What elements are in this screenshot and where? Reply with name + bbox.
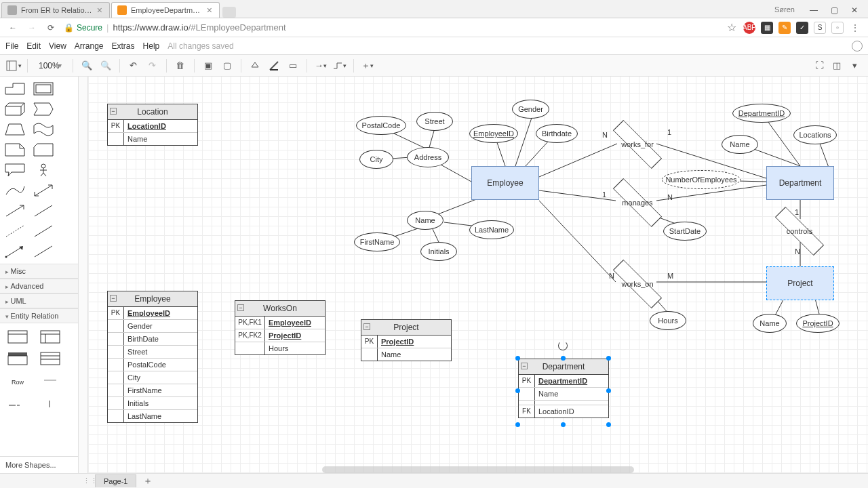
ext-icon[interactable]: S <box>814 22 826 34</box>
attr-city[interactable]: City <box>359 150 393 169</box>
back-button[interactable]: ← <box>7 22 19 34</box>
attr-hours[interactable]: Hours <box>650 311 686 330</box>
canvas-area[interactable]: Employee Department Project works_for ma… <box>88 77 868 473</box>
entity-employee[interactable]: Employee <box>471 166 539 200</box>
er-misc-2[interactable] <box>38 394 62 410</box>
sel-handle[interactable] <box>561 356 566 361</box>
attr-deptid[interactable]: DepartmentID <box>732 104 791 123</box>
er-table-1[interactable] <box>5 329 30 345</box>
shape-card[interactable] <box>31 142 56 158</box>
reload-button[interactable]: ⟳ <box>45 22 57 34</box>
shadow-button[interactable]: ▭ <box>285 58 301 74</box>
shape-arrow-bi[interactable] <box>31 182 56 199</box>
shape-point-arrow[interactable] <box>3 243 27 260</box>
shape-curve[interactable] <box>3 182 27 199</box>
more-shapes-link[interactable]: More Shapes... <box>0 456 78 473</box>
profile-name[interactable]: Søren <box>774 5 785 15</box>
shape-note[interactable] <box>3 142 27 158</box>
shape-actor[interactable] <box>31 162 56 178</box>
forward-button[interactable]: → <box>26 22 38 34</box>
ext-icon[interactable]: ▫ <box>831 22 844 34</box>
format-panel-icon[interactable]: ◫ <box>829 58 845 74</box>
window-maximize-icon[interactable]: ▢ <box>829 5 840 15</box>
attr-employeeid[interactable]: EmployeeID <box>469 124 518 143</box>
attr-numberofemployees[interactable]: NumberOfEmployees <box>662 170 741 189</box>
view-menu-button[interactable]: ▾ <box>5 58 22 74</box>
shape-frame[interactable] <box>31 81 56 97</box>
attr-address[interactable]: Address <box>407 147 449 167</box>
add-page-button[interactable]: ＋ <box>136 473 159 489</box>
ext-icon[interactable]: ▦ <box>761 22 773 34</box>
attr-street[interactable]: Street <box>416 112 453 131</box>
zoom-select[interactable]: 100% <box>39 61 62 70</box>
palette-entity-relation[interactable]: Entity Relation <box>0 308 78 323</box>
menu-file[interactable]: File <box>5 41 18 51</box>
menu-arrange[interactable]: Arrange <box>75 41 104 51</box>
line-color-button[interactable] <box>266 58 282 74</box>
shape-cube[interactable] <box>3 101 27 117</box>
insert-button[interactable]: ＋▾ <box>359 58 376 74</box>
attr-projectid[interactable]: ProjectID <box>796 314 840 333</box>
window-minimize-icon[interactable]: — <box>808 5 819 15</box>
language-icon[interactable] <box>852 41 863 52</box>
fullscreen-icon[interactable]: ⛶ <box>811 58 827 74</box>
sel-handle[interactable] <box>515 356 520 361</box>
sel-handle[interactable] <box>515 422 520 427</box>
waypoint-button[interactable]: ▾ <box>332 58 348 74</box>
menu-edit[interactable]: Edit <box>26 41 41 51</box>
attr-birthdate[interactable]: Birthdate <box>536 124 578 143</box>
attr-locations[interactable]: Locations <box>793 125 837 144</box>
shape-line[interactable] <box>31 203 56 219</box>
close-icon[interactable]: × <box>97 5 102 16</box>
sel-handle[interactable] <box>606 388 611 393</box>
shape-dashed[interactable] <box>3 223 27 239</box>
rel-controls[interactable]: controls <box>776 219 823 243</box>
shape-trapezoid[interactable] <box>3 121 27 138</box>
browser-tab-0[interactable]: From ER to Relational M… × <box>1 2 110 18</box>
rel-manages[interactable]: manages <box>614 190 661 215</box>
er-row-2[interactable] <box>38 372 62 388</box>
palette-advanced[interactable]: Advanced <box>0 279 78 293</box>
shape-callout[interactable] <box>3 162 27 178</box>
zoom-out-icon[interactable]: 🔍 <box>98 58 114 74</box>
table-department[interactable]: −DepartmentPKDepartmentIDNameFKLocationI… <box>518 359 609 418</box>
sel-handle[interactable] <box>561 422 566 427</box>
close-icon[interactable]: × <box>207 5 212 16</box>
delete-button[interactable]: 🗑 <box>172 58 189 74</box>
attr-firstname[interactable]: FirstName <box>354 232 400 251</box>
diagram-canvas[interactable]: Employee Department Project works_for ma… <box>88 77 868 473</box>
attr-startdate[interactable]: StartDate <box>663 222 707 241</box>
attr-proj-name[interactable]: Name <box>753 314 787 333</box>
rel-works-for[interactable]: works_for <box>614 132 661 157</box>
palette-misc[interactable]: Misc <box>0 264 78 279</box>
sel-handle[interactable] <box>606 422 611 427</box>
page-tab-1[interactable]: Page-1 <box>95 474 136 487</box>
zoom-in-icon[interactable]: 🔍 <box>79 58 95 74</box>
bookmark-icon[interactable]: ☆ <box>726 22 738 34</box>
window-close-icon[interactable]: ✕ <box>849 5 860 15</box>
connection-button[interactable]: →▾ <box>313 58 329 74</box>
menu-help[interactable]: Help <box>143 41 160 51</box>
page-menu-icon[interactable]: ⋮⋮ <box>83 476 92 485</box>
menu-icon[interactable]: ⋮ <box>849 22 861 34</box>
menu-extras[interactable]: Extras <box>112 41 135 51</box>
er-row[interactable]: Row <box>5 372 30 388</box>
to-back-button[interactable]: ▢ <box>219 58 235 74</box>
sel-handle[interactable] <box>606 356 611 361</box>
attr-lastname[interactable]: LastName <box>469 220 514 239</box>
collapse-icon[interactable]: ▾ <box>846 58 863 74</box>
table-workson[interactable]: −WorksOnPK,FK1EmployeeIDPK,FK2ProjectIDH… <box>235 300 326 355</box>
browser-tab-1[interactable]: EmployeeDepartment - d × <box>111 2 220 18</box>
entity-department[interactable]: Department <box>766 166 834 200</box>
menu-view[interactable]: View <box>49 41 66 51</box>
adblock-icon[interactable]: ABP <box>743 22 755 34</box>
url-field[interactable]: 🔒 Secure | https://www.draw.io/#LEmploye… <box>64 22 719 33</box>
rotate-handle-icon[interactable] <box>558 341 568 350</box>
shape-arrow[interactable] <box>3 203 27 219</box>
sel-handle[interactable] <box>515 388 520 393</box>
rel-works-on[interactable]: works_on <box>614 272 661 296</box>
shape-tape[interactable] <box>31 121 56 138</box>
attr-initials[interactable]: Initials <box>420 242 457 261</box>
redo-button[interactable]: ↷ <box>144 58 161 74</box>
er-table-2[interactable] <box>38 329 62 345</box>
